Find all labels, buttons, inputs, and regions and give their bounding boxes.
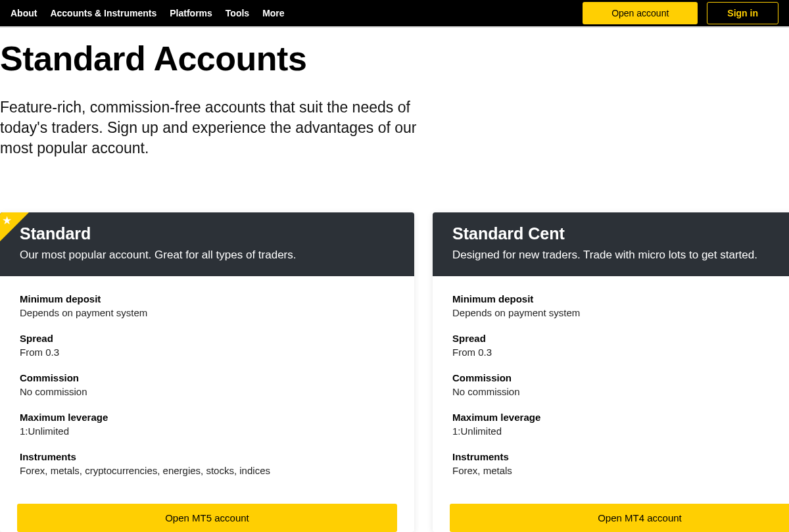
- spec-instruments: Instruments Forex, metals: [452, 451, 789, 476]
- spec-label: Spread: [452, 333, 789, 344]
- card-body: Minimum deposit Depends on payment syste…: [0, 276, 414, 497]
- spec-spread: Spread From 0.3: [452, 333, 789, 358]
- spec-maximum-leverage: Maximum leverage 1:Unlimited: [20, 412, 394, 437]
- spec-value: Depends on payment system: [452, 307, 789, 318]
- nav-platforms[interactable]: Platforms: [170, 8, 212, 18]
- spec-commission: Commission No commission: [20, 372, 394, 397]
- nav-accounts-instruments[interactable]: Accounts & Instruments: [50, 8, 156, 18]
- spec-commission: Commission No commission: [452, 372, 789, 397]
- card-standard: ★ Standard Our most popular account. Gre…: [0, 212, 414, 532]
- spec-label: Instruments: [452, 451, 789, 462]
- spec-minimum-deposit: Minimum deposit Depends on payment syste…: [20, 293, 394, 318]
- spec-value: Forex, metals: [452, 465, 789, 476]
- page-title: Standard Accounts: [0, 39, 789, 79]
- spec-label: Instruments: [20, 451, 394, 462]
- spec-value: No commission: [20, 386, 394, 397]
- page-subtitle: Feature-rich, commission-free accounts t…: [0, 97, 447, 158]
- card-header: Standard Cent Designed for new traders. …: [433, 212, 789, 276]
- card-header: Standard Our most popular account. Great…: [0, 212, 414, 276]
- card-description: Designed for new traders. Trade with mic…: [452, 249, 789, 262]
- spec-value: 1:Unlimited: [452, 425, 789, 437]
- nav-about[interactable]: About: [11, 8, 37, 18]
- spec-value: From 0.3: [452, 347, 789, 358]
- spec-label: Spread: [20, 333, 394, 344]
- spec-value: Depends on payment system: [20, 307, 394, 318]
- open-mt5-account-button[interactable]: Open MT5 account: [17, 504, 397, 532]
- sign-in-button[interactable]: Sign in: [707, 2, 778, 24]
- spec-minimum-deposit: Minimum deposit Depends on payment syste…: [452, 293, 789, 318]
- card-body: Minimum deposit Depends on payment syste…: [433, 276, 789, 497]
- spec-spread: Spread From 0.3: [20, 333, 394, 358]
- open-mt4-account-button[interactable]: Open MT4 account: [450, 504, 789, 532]
- page-header: Standard Accounts Feature-rich, commissi…: [0, 28, 789, 158]
- spec-label: Maximum leverage: [452, 412, 789, 423]
- card-standard-cent: Standard Cent Designed for new traders. …: [433, 212, 789, 532]
- card-footer: Open MT4 account: [433, 497, 789, 532]
- card-title: Standard Cent: [452, 224, 789, 243]
- spec-value: From 0.3: [20, 347, 394, 358]
- card-title: Standard: [20, 224, 394, 243]
- account-cards-row: ★ Standard Our most popular account. Gre…: [0, 212, 789, 532]
- spec-label: Minimum deposit: [20, 293, 394, 304]
- spec-value: No commission: [452, 386, 789, 397]
- star-icon: ★: [2, 215, 12, 226]
- nav-more[interactable]: More: [262, 8, 284, 18]
- spec-label: Maximum leverage: [20, 412, 394, 423]
- top-buttons: Open account Sign in: [583, 2, 778, 24]
- top-nav-bar: About Accounts & Instruments Platforms T…: [0, 0, 789, 28]
- spec-label: Minimum deposit: [452, 293, 789, 304]
- spec-instruments: Instruments Forex, metals, cryptocurrenc…: [20, 451, 394, 476]
- card-footer: Open MT5 account: [0, 497, 414, 532]
- spec-value: 1:Unlimited: [20, 425, 394, 437]
- nav-links: About Accounts & Instruments Platforms T…: [11, 8, 285, 18]
- card-description: Our most popular account. Great for all …: [20, 249, 394, 262]
- spec-value: Forex, metals, cryptocurrencies, energie…: [20, 465, 394, 476]
- spec-maximum-leverage: Maximum leverage 1:Unlimited: [452, 412, 789, 437]
- open-account-button[interactable]: Open account: [583, 2, 698, 24]
- spec-label: Commission: [452, 372, 789, 383]
- spec-label: Commission: [20, 372, 394, 383]
- nav-tools[interactable]: Tools: [226, 8, 249, 18]
